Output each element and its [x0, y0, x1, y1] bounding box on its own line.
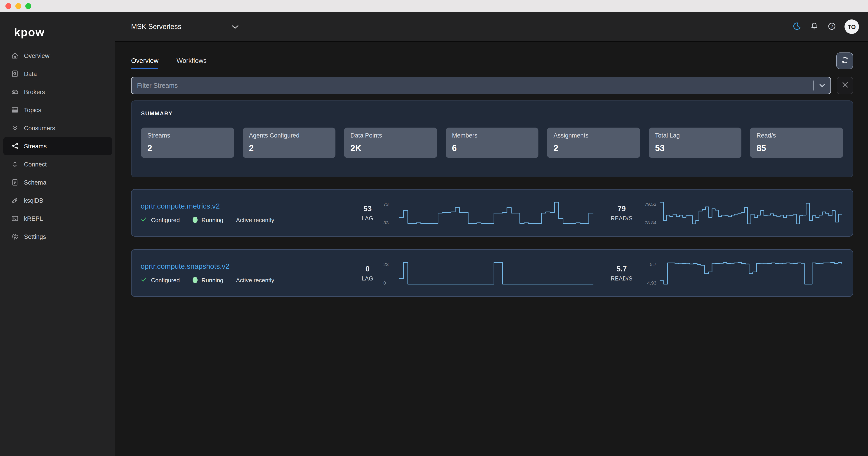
summary-card-label: Members: [452, 132, 532, 139]
lag-min: 33: [383, 220, 389, 225]
sidebar-item-data[interactable]: Data: [0, 65, 115, 83]
filter-streams-combobox[interactable]: [131, 77, 831, 94]
stream-row: oprtr.compute.metrics.v2 Configured Runn…: [131, 189, 853, 236]
lag-metric: 53 LAG: [352, 204, 383, 222]
input-divider: [813, 81, 814, 90]
dark-mode-toggle[interactable]: [792, 22, 802, 32]
notifications-button[interactable]: [809, 22, 819, 32]
read-max: 5.7: [650, 261, 656, 267]
document-icon: [11, 178, 19, 187]
stream-info: oprtr.compute.metrics.v2 Configured Runn…: [141, 202, 352, 224]
lag-range: 23 0: [383, 261, 399, 285]
sidebar-item-ksqldb[interactable]: ksqlDB: [0, 191, 115, 209]
tab-bar: Overview Workflows: [131, 57, 853, 69]
rocket-icon: [11, 196, 19, 204]
activity-label: Active recently: [236, 217, 274, 223]
lag-max: 73: [383, 201, 389, 206]
user-avatar[interactable]: TO: [844, 20, 859, 34]
running-label: Running: [202, 277, 223, 283]
kpow-logo: kpow: [0, 12, 115, 42]
lag-range: 73 33: [383, 201, 399, 225]
read-sparkline: [659, 201, 842, 225]
summary-card-label: Data Points: [350, 132, 431, 139]
lag-metric: 0 LAG: [352, 264, 383, 282]
header-icons: ? TO: [792, 20, 859, 34]
stream-name-link[interactable]: oprtr.compute.metrics.v2: [141, 202, 352, 210]
summary-card-agents-configured: Agents Configured 2: [243, 127, 336, 158]
configured-label: Configured: [151, 277, 180, 283]
app-window: kpow Overview Data Brokers Topics: [0, 0, 868, 456]
lag-max: 23: [383, 261, 389, 267]
summary-panel: SUMMARY Streams 2 Agents Configured 2 Da…: [131, 101, 853, 177]
running-status-dot: [192, 277, 197, 283]
terminal-icon: [11, 215, 19, 223]
summary-card-total-lag: Total Lag 53: [649, 127, 742, 158]
sidebar-item-label: Consumers: [24, 125, 55, 132]
app-body: kpow Overview Data Brokers Topics: [0, 12, 868, 456]
sidebar-item-schema[interactable]: Schema: [0, 173, 115, 191]
summary-card-value: 85: [756, 143, 837, 153]
read-sparkline: [659, 261, 842, 285]
read-metric: 79 READ/S: [602, 204, 641, 222]
stream-name-link[interactable]: oprtr.compute.snapshots.v2: [141, 262, 352, 270]
check-icon: [141, 216, 147, 224]
help-button[interactable]: ?: [827, 22, 837, 32]
sidebar-item-label: Brokers: [24, 88, 45, 95]
cluster-selector[interactable]: MSK Serverless: [131, 23, 239, 31]
check-icon: [141, 276, 147, 284]
gear-icon: [11, 232, 19, 241]
read-value: 5.7: [616, 264, 627, 273]
sidebar-item-label: Connect: [24, 161, 47, 168]
tab-overview[interactable]: Overview: [131, 57, 158, 69]
sidebar-item-krepl[interactable]: kREPL: [0, 209, 115, 228]
read-range: 5.7 4.93: [641, 261, 659, 285]
zoom-window-button[interactable]: [25, 3, 31, 9]
summary-card-label: Streams: [147, 132, 228, 139]
sidebar-item-label: Data: [24, 70, 37, 77]
running-label: Running: [202, 217, 223, 223]
sidebar-item-settings[interactable]: Settings: [0, 228, 115, 246]
read-label: READ/S: [611, 215, 633, 222]
lag-label: LAG: [362, 275, 373, 282]
clear-filter-button[interactable]: [837, 77, 853, 94]
read-max: 79.53: [645, 201, 656, 206]
lag-min: 0: [383, 280, 386, 285]
sidebar-item-connect[interactable]: Connect: [0, 155, 115, 173]
question-circle-icon: ?: [827, 22, 836, 32]
filter-streams-input[interactable]: [137, 82, 808, 89]
svg-text:?: ?: [831, 24, 833, 28]
sidebar-nav: Overview Data Brokers Topics Consumers: [0, 42, 115, 246]
read-min: 4.93: [647, 280, 656, 285]
summary-card-label: Read/s: [756, 132, 837, 139]
summary-card-value: 6: [452, 143, 532, 153]
sidebar-item-overview[interactable]: Overview: [0, 47, 115, 65]
sidebar-item-topics[interactable]: Topics: [0, 101, 115, 119]
summary-card-value: 2: [147, 143, 228, 153]
summary-card-read-per-sec: Read/s 85: [750, 127, 843, 158]
sidebar-item-brokers[interactable]: Brokers: [0, 83, 115, 101]
summary-cards: Streams 2 Agents Configured 2 Data Point…: [141, 127, 843, 158]
read-label: READ/S: [611, 275, 633, 282]
sidebar-item-label: Topics: [24, 107, 41, 113]
table-icon: [11, 106, 19, 114]
summary-card-value: 2: [554, 143, 634, 153]
up-down-chevron-icon: [11, 160, 19, 168]
close-window-button[interactable]: [5, 3, 11, 9]
sidebar-item-consumers[interactable]: Consumers: [0, 119, 115, 137]
refresh-button[interactable]: [836, 53, 853, 69]
document-search-icon: [11, 70, 19, 78]
sidebar-item-label: Overview: [24, 52, 50, 59]
summary-card-label: Agents Configured: [249, 132, 329, 139]
tab-workflows[interactable]: Workflows: [177, 57, 207, 69]
activity-label: Active recently: [236, 277, 274, 283]
bell-icon: [810, 22, 819, 32]
sidebar-item-streams[interactable]: Streams: [3, 137, 112, 155]
sidebar-item-label: Schema: [24, 179, 46, 186]
stream-info: oprtr.compute.snapshots.v2 Configured Ru…: [141, 262, 352, 284]
share-network-icon: [11, 142, 19, 150]
refresh-icon: [840, 56, 849, 66]
chevron-down-icon[interactable]: [819, 83, 825, 88]
summary-card-value: 53: [655, 143, 735, 153]
minimize-window-button[interactable]: [16, 3, 21, 9]
summary-card-value: 2: [249, 143, 329, 153]
